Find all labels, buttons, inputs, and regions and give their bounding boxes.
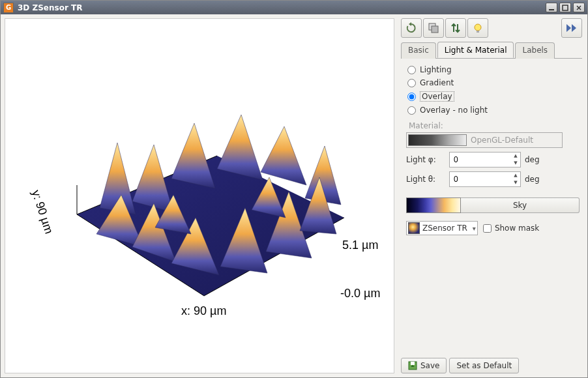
radio-overlay-label: Overlay	[420, 91, 454, 102]
app-icon: G	[3, 3, 14, 13]
radio-gradient[interactable]: Gradient	[404, 78, 580, 87]
colormap-button-label: Sky	[513, 201, 527, 210]
tabs: Basic Light & Material Labels	[401, 42, 582, 59]
show-mask-checkbox[interactable]: Show mask	[483, 224, 539, 233]
layers-icon	[428, 22, 439, 34]
lightbulb-icon	[472, 22, 484, 34]
toolbar-forward-button[interactable]	[561, 18, 582, 38]
fast-forward-icon	[565, 23, 578, 33]
save-button[interactable]: Save	[401, 358, 447, 373]
close-button[interactable]	[573, 3, 585, 12]
bottom-bar: Save Set as Default	[401, 355, 582, 373]
radio-overlay[interactable]: Overlay	[404, 91, 580, 102]
light-phi-field[interactable]	[450, 155, 511, 164]
light-phi-input[interactable]: ▲▼	[449, 152, 521, 167]
spin-up-icon[interactable]: ▲	[511, 172, 520, 179]
svg-rect-31	[411, 362, 415, 365]
radio-gradient-label: Gradient	[420, 78, 454, 87]
svg-marker-11	[171, 123, 215, 188]
spin-down-icon[interactable]: ▼	[511, 160, 520, 167]
datasource-select[interactable]: ZSensor TR ▾	[406, 221, 478, 235]
svg-marker-23	[409, 22, 411, 26]
light-theta-field[interactable]	[450, 175, 511, 184]
svg-marker-29	[572, 24, 576, 32]
chevron-down-icon: ▾	[473, 225, 476, 232]
minimize-button[interactable]	[546, 3, 557, 12]
datasource-label: ZSensor TR	[422, 224, 467, 233]
light-phi-label: Light φ:	[406, 155, 445, 164]
toolbar-reset-button[interactable]	[401, 18, 422, 38]
spin-down-icon[interactable]: ▼	[511, 179, 520, 186]
toolbar	[401, 18, 582, 38]
minimize-icon	[548, 5, 555, 11]
svg-rect-25	[432, 26, 438, 33]
arrows-vertical-icon	[450, 22, 462, 34]
light-theta-label: Light θ:	[406, 175, 445, 184]
svg-point-26	[475, 24, 481, 31]
3d-surface	[57, 107, 347, 302]
window-title: 3D ZSensor TR	[18, 3, 544, 12]
deg-label: deg	[525, 155, 540, 164]
set-default-label: Set as Default	[456, 361, 512, 370]
show-mask-label: Show mask	[495, 224, 539, 233]
axis-y-label: y: 90 µm	[29, 188, 55, 235]
tab-labels[interactable]: Labels	[515, 42, 555, 59]
svg-rect-0	[549, 9, 554, 10]
z-min-label: -0.0 µm	[340, 287, 380, 300]
light-theta-input[interactable]: ▲▼	[449, 171, 521, 187]
toolbar-scale-button[interactable]	[445, 18, 466, 38]
tab-content: Lighting Gradient Overlay Overlay - no l…	[401, 59, 582, 355]
toolbar-light-button[interactable]	[467, 18, 488, 38]
axis-x-label: x: 90 µm	[181, 304, 226, 318]
svg-marker-13	[261, 126, 306, 185]
toolbar-layers-button[interactable]	[423, 18, 444, 38]
colormap-button[interactable]: Sky	[461, 197, 580, 213]
titlebar: G 3D ZSensor TR	[1, 1, 587, 14]
maximize-button[interactable]	[559, 3, 571, 12]
deg-label: deg	[525, 175, 540, 184]
radio-lighting-label: Lighting	[420, 65, 452, 74]
radio-overlay-nolight[interactable]: Overlay - no light	[404, 106, 580, 115]
tab-light-material[interactable]: Light & Material	[437, 42, 514, 58]
side-panel: Basic Light & Material Labels Lighting G…	[398, 14, 587, 377]
material-swatch	[408, 134, 467, 146]
radio-lighting[interactable]: Lighting	[404, 65, 580, 74]
svg-rect-1	[563, 5, 568, 10]
svg-marker-28	[566, 24, 571, 32]
close-icon	[576, 5, 582, 11]
z-max-label: 5.1 µm	[342, 239, 378, 252]
set-default-button[interactable]: Set as Default	[449, 358, 519, 373]
3d-viewport[interactable]: x: 90 µm y: 90 µm 5.1 µm -0.0 µm	[5, 18, 394, 373]
svg-marker-12	[217, 115, 263, 180]
datasource-icon	[408, 222, 420, 234]
svg-rect-27	[477, 31, 479, 33]
material-selector[interactable]: OpenGL-Default	[406, 132, 563, 148]
save-icon	[408, 361, 417, 370]
colormap-preview	[406, 197, 461, 213]
material-label: Material:	[406, 121, 580, 130]
tab-basic[interactable]: Basic	[401, 42, 436, 59]
spin-up-icon[interactable]: ▲	[511, 153, 520, 160]
save-button-label: Save	[420, 361, 439, 370]
refresh-icon	[405, 22, 417, 34]
maximize-icon	[562, 5, 568, 11]
radio-overlay-nolight-label: Overlay - no light	[420, 106, 488, 115]
material-name: OpenGL-Default	[471, 136, 533, 145]
